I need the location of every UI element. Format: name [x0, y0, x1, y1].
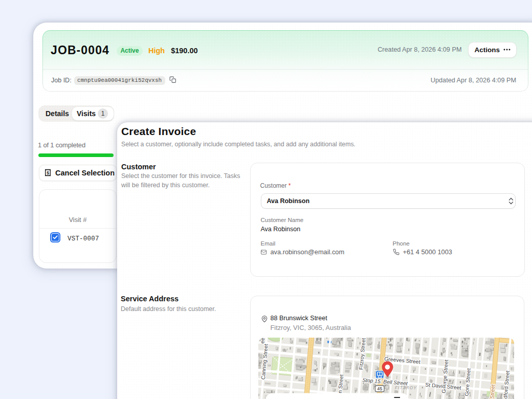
- svg-text:$: $: [47, 170, 49, 175]
- svg-text:eet: eet: [259, 338, 265, 344]
- svg-text:45: 45: [377, 386, 382, 391]
- svg-text:FITZROY: FITZROY: [395, 386, 417, 390]
